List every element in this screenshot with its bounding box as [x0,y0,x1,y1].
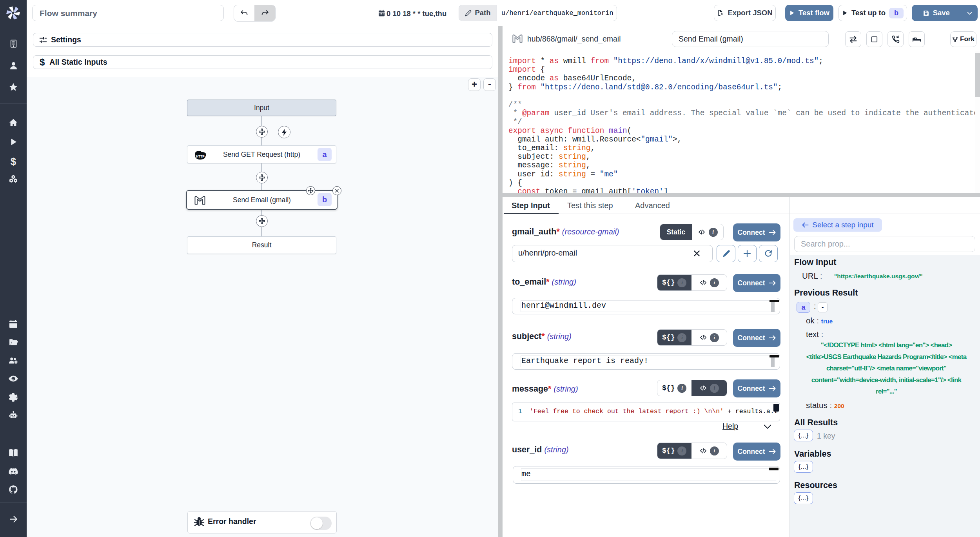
svg-text:HTTP: HTTP [196,154,205,158]
